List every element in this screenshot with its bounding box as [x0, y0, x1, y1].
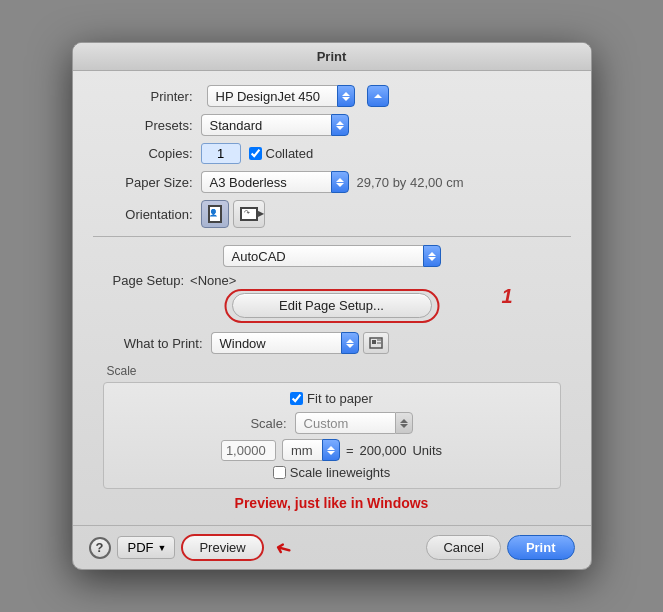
collated-checkbox-label[interactable]: Collated [249, 146, 314, 161]
landscape-icon: ↷ [240, 207, 258, 221]
paper-down-icon [336, 183, 344, 187]
paper-size-info: 29,70 by 42,00 cm [357, 175, 464, 190]
mm-stepper[interactable] [322, 439, 340, 461]
scale-content: Fit to paper Scale: Custom [103, 382, 561, 489]
dialog-title: Print [317, 49, 347, 64]
collated-checkbox[interactable] [249, 147, 262, 160]
cancel-button[interactable]: Cancel [426, 535, 500, 560]
scale-section: Scale Fit to paper Scale: Custom [93, 360, 571, 489]
printer-value[interactable]: HP DesignJet 450 [207, 85, 337, 107]
autocad-value[interactable]: AutoCAD [223, 245, 423, 267]
printer-stepper[interactable] [337, 85, 355, 107]
units-label: Units [412, 443, 442, 458]
orientation-label: Orientation: [93, 207, 193, 222]
mm-select-wrapper: mm [282, 439, 340, 461]
copies-label: Copies: [93, 146, 193, 161]
presets-value[interactable]: Standard [201, 114, 331, 136]
autocad-up-icon [428, 252, 436, 256]
window-select-icon-button[interactable] [363, 332, 389, 354]
print-dialog: Print Printer: HP DesignJet 450 Presets:… [72, 42, 592, 570]
presets-up-icon [336, 121, 344, 125]
scale-select-wrapper: Custom [295, 412, 413, 434]
scale-down-icon [400, 424, 408, 428]
print-button[interactable]: Print [507, 535, 575, 560]
what-up-icon [346, 339, 354, 343]
mm-up-icon [327, 446, 335, 450]
paper-size-stepper[interactable] [331, 171, 349, 193]
printer-select-wrapper: HP DesignJet 450 [207, 85, 355, 107]
preview-arrow-annotation: ➜ [272, 534, 295, 562]
edit-page-setup-button[interactable]: Edit Page Setup... [232, 293, 432, 318]
preview-annotation: Preview, just like in Windows [93, 495, 571, 511]
dialog-title-bar: Print [73, 43, 591, 71]
pdf-arrow-icon: ▼ [158, 543, 167, 553]
autocad-down-icon [428, 257, 436, 261]
scale-header: Scale [93, 364, 571, 378]
mm-down-icon [327, 451, 335, 455]
what-to-print-stepper[interactable] [341, 332, 359, 354]
edit-button-wrapper: Edit Page Setup... 1 [93, 293, 571, 326]
printer-expand-btn[interactable] [367, 85, 389, 107]
printer-up-icon [342, 92, 350, 96]
equals-sign: = [346, 443, 354, 458]
autocad-stepper[interactable] [423, 245, 441, 267]
mm-value[interactable]: mm [282, 439, 322, 461]
what-to-print-value[interactable]: Window [211, 332, 341, 354]
fit-to-paper-text: Fit to paper [307, 391, 373, 406]
what-to-print-label: What to Print: [93, 336, 203, 351]
scale-value[interactable]: Custom [295, 412, 395, 434]
help-button[interactable]: ? [89, 537, 111, 559]
landscape-button[interactable]: ↷ [233, 200, 265, 228]
preview-button[interactable]: Preview [181, 534, 263, 561]
presets-select-wrapper: Standard [201, 114, 349, 136]
portrait-button[interactable]: 👤 [201, 200, 229, 228]
units-count: 200,000 [359, 443, 406, 458]
fit-to-paper-checkbox[interactable] [290, 392, 303, 405]
portrait-icon: 👤 [208, 205, 222, 223]
copies-input[interactable]: 1 [201, 143, 241, 164]
preview-button-wrapper: Preview ➜ [181, 534, 263, 561]
paper-size-value[interactable]: A3 Boderless [201, 171, 331, 193]
page-setup-value: <None> [190, 273, 236, 288]
divider-1 [93, 236, 571, 237]
pdf-label: PDF [128, 540, 154, 555]
what-to-print-select-wrapper: Window [211, 332, 359, 354]
paper-size-label: Paper Size: [93, 175, 193, 190]
fit-to-paper-label[interactable]: Fit to paper [290, 391, 373, 406]
landscape-person-icon: ↷ [244, 209, 250, 217]
presets-down-icon [336, 126, 344, 130]
scale-up-icon [400, 419, 408, 423]
paper-up-icon [336, 178, 344, 182]
portrait-person-icon: 👤 [209, 209, 218, 217]
scale-label: Scale: [250, 416, 286, 431]
scale-lineweights-checkbox[interactable] [273, 466, 286, 479]
paper-size-select-wrapper: A3 Boderless [201, 171, 349, 193]
scale-num-input[interactable] [221, 440, 276, 461]
annotation-number-1: 1 [501, 285, 512, 308]
window-select-icon [369, 337, 383, 349]
presets-stepper[interactable] [331, 114, 349, 136]
scale-lineweights-label[interactable]: Scale lineweights [273, 465, 390, 480]
expand-up-icon [374, 94, 382, 98]
printer-label: Printer: [93, 89, 193, 104]
scale-lineweights-text: Scale lineweights [290, 465, 390, 480]
svg-rect-1 [372, 340, 376, 344]
printer-down-icon [342, 97, 350, 101]
autocad-select-wrapper: AutoCAD [223, 245, 441, 267]
presets-label: Presets: [93, 118, 193, 133]
collated-text: Collated [266, 146, 314, 161]
what-down-icon [346, 344, 354, 348]
page-setup-label: Page Setup: [113, 273, 185, 288]
bottom-bar: ? PDF ▼ Preview ➜ Cancel Print [73, 525, 591, 569]
preview-annotation-text: Preview, just like in Windows [235, 495, 429, 511]
pdf-button[interactable]: PDF ▼ [117, 536, 176, 559]
scale-stepper[interactable] [395, 412, 413, 434]
